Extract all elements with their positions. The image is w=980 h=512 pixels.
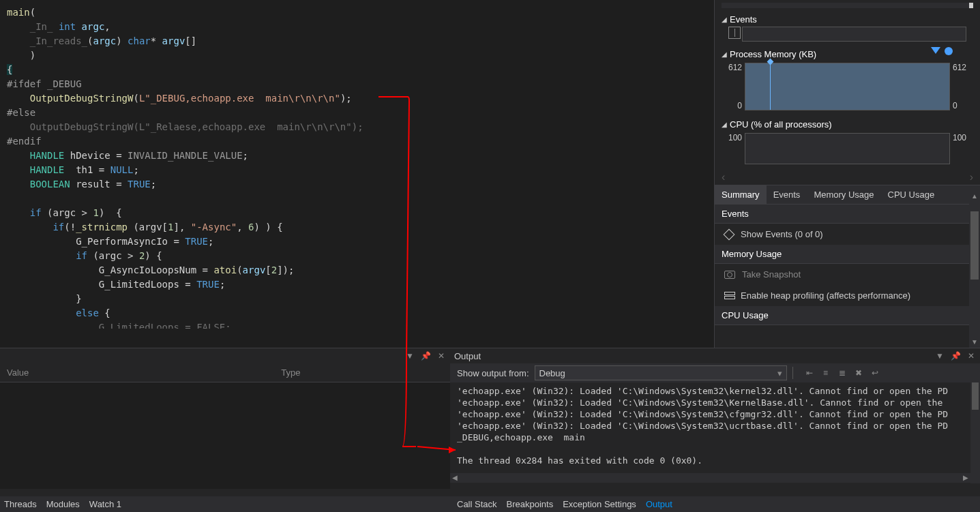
summary-memory-header: Memory Usage (715, 245, 980, 264)
scroll-down-arrow[interactable]: ▼ (969, 337, 980, 348)
expand-icon: ◢ (722, 50, 727, 58)
camera-icon (724, 271, 735, 279)
take-snapshot-link[interactable]: Take Snapshot (715, 264, 980, 285)
cpu-chart[interactable]: 100 100 (722, 133, 973, 164)
nav-left-icon[interactable]: ‹ (722, 171, 725, 183)
close-icon[interactable]: ✕ (436, 351, 446, 361)
output-horizontal-scrollbar[interactable]: ◀ ▶ (450, 473, 970, 483)
expand-icon: ◢ (722, 16, 727, 23)
diag-summary: Events Show Events (0 of 0) Memory Usage… (715, 205, 980, 325)
chart-body (745, 63, 950, 110)
tab-modules[interactable]: Modules (46, 499, 80, 509)
close-icon[interactable]: ✕ (966, 351, 976, 361)
output-text[interactable]: 'echoapp.exe' (Win32): Loaded 'C:\Window… (450, 382, 980, 471)
y-max-right: 100 (953, 133, 973, 142)
memory-title: Process Memory (KB) (730, 49, 816, 59)
diagnostics-panel: ◢ Events ◢ Process Memory (KB) 612 0 612… (714, 0, 980, 348)
tab-cpu[interactable]: CPU Usage (881, 185, 942, 204)
tab-threads[interactable]: Threads (4, 499, 37, 509)
tab-memory[interactable]: Memory Usage (807, 185, 880, 204)
diag-scrollbar[interactable]: ▲ ▼ (969, 191, 980, 348)
show-events-label: Show Events (0 of 0) (741, 229, 823, 239)
summary-cpu-header: CPU Usage (715, 306, 980, 325)
marker-circle-icon[interactable] (945, 47, 953, 55)
chart-nav: ‹ › (715, 170, 980, 185)
tab-events[interactable]: Events (767, 185, 807, 204)
events-view-icon[interactable] (728, 27, 741, 39)
column-type[interactable]: Type (274, 366, 402, 379)
watch-columns: Value Type (0, 363, 450, 382)
output-panel: Output ▼ 📌 ✕ Show output from: Debug ▾ ⇤… (450, 348, 980, 496)
tab-breakpoints[interactable]: Breakpoints (507, 499, 554, 509)
scroll-thumb[interactable] (970, 211, 979, 280)
y-max-right: 612 (953, 63, 973, 72)
scroll-left-arrow[interactable]: ◀ (450, 473, 460, 483)
events-section-header[interactable]: ◢ Events (722, 12, 973, 27)
scroll-up-arrow[interactable]: ▲ (969, 191, 980, 202)
output-toolbar: Show output from: Debug ▾ ⇤ ≡ ≣ ✖ ↩ (450, 363, 980, 382)
indent-icon[interactable]: ≣ (837, 367, 848, 378)
output-vertical-scrollbar[interactable] (970, 382, 980, 483)
diag-tabs: Summary Events Memory Usage CPU Usage (715, 185, 980, 205)
wrap-icon[interactable]: ↩ (870, 367, 880, 378)
window-dropdown-icon[interactable]: ▼ (404, 351, 415, 361)
watch-body[interactable] (0, 382, 450, 489)
tab-output[interactable]: Output (646, 499, 672, 509)
show-events-link[interactable]: Show Events (0 of 0) (715, 224, 980, 245)
output-title: Output (454, 351, 481, 361)
tab-exception-settings[interactable]: Exception Settings (563, 499, 636, 509)
chevron-down-icon: ▾ (777, 368, 782, 378)
events-title: Events (730, 14, 757, 25)
scroll-thumb[interactable] (972, 382, 979, 410)
tab-watch1[interactable]: Watch 1 (89, 499, 121, 509)
events-icon (724, 230, 734, 239)
events-timeline[interactable] (742, 27, 966, 42)
clear-icon[interactable]: ✖ (853, 367, 864, 378)
tab-summary[interactable]: Summary (715, 185, 767, 204)
timeline-ruler[interactable] (722, 3, 973, 8)
tab-call-stack[interactable]: Call Stack (457, 499, 497, 509)
find-icon[interactable]: ⇤ (804, 367, 815, 378)
enable-heap-label: Enable heap profiling (affects performan… (741, 290, 910, 301)
memory-marker[interactable] (770, 59, 771, 110)
y-max-left: 100 (722, 133, 742, 142)
code-editor[interactable]: main( _In_ int argc, _In_reads_(argc) ch… (0, 0, 709, 329)
cpu-section-header[interactable]: ◢ CPU (% of all processors) (722, 117, 973, 132)
output-source-value: Debug (539, 368, 565, 378)
summary-events-header: Events (715, 205, 980, 224)
memory-chart[interactable]: 612 0 612 0 (722, 63, 973, 110)
window-dropdown-icon[interactable]: ▼ (934, 351, 945, 361)
y-max-left: 612 (722, 63, 742, 72)
y-min-left: 0 (722, 101, 742, 110)
y-min-right: 0 (953, 101, 973, 110)
cpu-title: CPU (% of all processors) (730, 119, 832, 130)
memory-section-header[interactable]: ◢ Process Memory (KB) (722, 47, 973, 61)
bottom-tabs: Threads Modules Watch 1 Call Stack Break… (0, 496, 980, 512)
take-snapshot-label: Take Snapshot (742, 269, 801, 280)
chart-body (745, 133, 950, 164)
step-icon[interactable]: ≡ (820, 367, 831, 378)
watch-panel: ▼ 📌 ✕ Value Type (0, 348, 450, 496)
enable-heap-link[interactable]: Enable heap profiling (affects performan… (715, 285, 980, 306)
pin-icon[interactable]: 📌 (419, 351, 432, 361)
output-source-select[interactable]: Debug ▾ (535, 365, 787, 380)
memory-area (745, 63, 949, 110)
pin-icon[interactable]: 📌 (949, 351, 962, 361)
heap-icon (724, 292, 734, 300)
expand-icon: ◢ (722, 121, 727, 128)
column-value[interactable]: Value (0, 366, 131, 379)
scroll-right-arrow[interactable]: ▶ (961, 473, 970, 483)
output-from-label: Show output from: (457, 368, 529, 378)
nav-right-icon[interactable]: › (970, 171, 973, 183)
marker-triangle-icon[interactable] (931, 47, 940, 54)
